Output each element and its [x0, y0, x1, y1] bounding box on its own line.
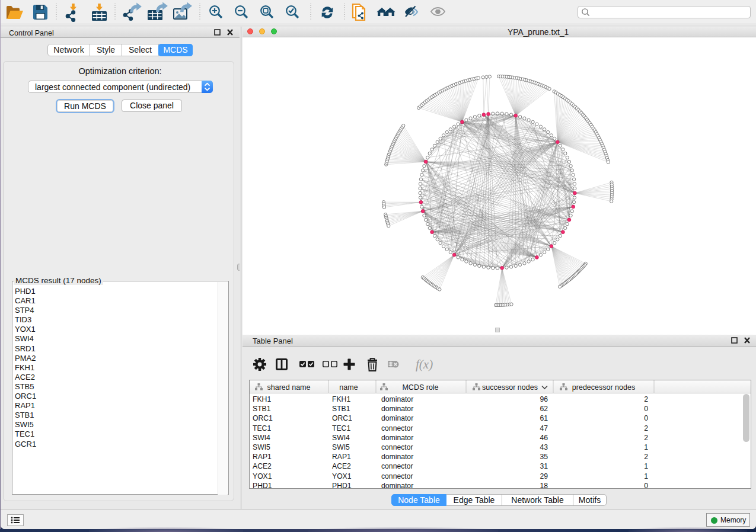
svg-text:shared name: shared name [267, 383, 311, 392]
svg-text:successor nodes: successor nodes [482, 383, 538, 392]
svg-text:predecessor nodes: predecessor nodes [572, 383, 635, 392]
svg-text:MCDS role: MCDS role [402, 383, 438, 392]
svg-text:name: name [339, 383, 358, 392]
svg-text:f(x): f(x) [416, 357, 433, 371]
